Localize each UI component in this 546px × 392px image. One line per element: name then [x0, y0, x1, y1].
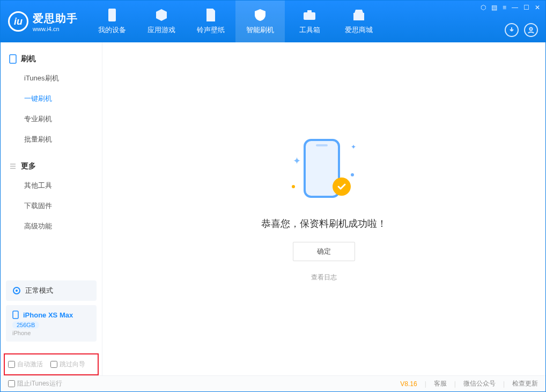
user-button[interactable] — [524, 23, 538, 37]
music-file-icon — [204, 8, 218, 22]
device-mode-label: 正常模式 — [25, 286, 53, 295]
sidebar-item-oneclick-flash[interactable]: 一键刷机 — [1, 88, 102, 109]
download-button[interactable] — [505, 23, 519, 37]
auto-activate-label: 自动激活 — [17, 360, 43, 369]
auto-activate-checkbox[interactable] — [8, 361, 15, 368]
sidebar-group-flash[interactable]: 刷机 — [1, 50, 102, 68]
sparkle-icon: ✦ — [351, 143, 356, 151]
sidebar-item-pro-flash[interactable]: 专业刷机 — [1, 109, 102, 129]
device-subtype: iPhone — [12, 330, 90, 336]
skip-guide-label: 跳过向导 — [60, 360, 85, 369]
logo-text: 爱思助手 www.i4.cn — [33, 11, 78, 32]
dot-decor — [292, 185, 295, 188]
header-tabs: 我的设备 应用游戏 铃声壁纸 智能刷机 工具箱 爱思商城 — [87, 1, 383, 42]
tab-toolbox[interactable]: 工具箱 — [285, 1, 334, 42]
block-itunes-option[interactable]: 阻止iTunes运行 — [8, 379, 62, 388]
user-icon — [527, 26, 535, 34]
check-update-link[interactable]: 检查更新 — [512, 379, 538, 388]
list-icon[interactable]: ▤ — [491, 4, 497, 11]
support-link[interactable]: 客服 — [434, 379, 447, 388]
svg-point-6 — [16, 290, 18, 292]
app-logo: iu 爱思助手 www.i4.cn — [1, 1, 87, 42]
success-message: 恭喜您，保资料刷机成功啦！ — [261, 217, 387, 230]
tab-label: 铃声壁纸 — [197, 25, 225, 35]
tab-label: 智能刷机 — [246, 25, 274, 35]
tab-my-device[interactable]: 我的设备 — [87, 1, 137, 42]
separator: | — [425, 380, 426, 388]
device-capacity: 256GB — [12, 321, 39, 329]
sidebar-item-other-tools[interactable]: 其他工具 — [1, 175, 102, 196]
list-icon — [9, 162, 17, 170]
tab-label: 工具箱 — [299, 25, 320, 35]
tab-store[interactable]: 爱思商城 — [334, 1, 383, 42]
store-icon — [352, 8, 366, 22]
shirt-icon[interactable]: ⬡ — [481, 4, 486, 11]
svg-rect-7 — [13, 311, 18, 319]
check-badge-icon — [333, 177, 351, 196]
status-bar: 阻止iTunes运行 V8.16 | 客服 | 微信公众号 | 检查更新 — [1, 375, 545, 391]
header-right-buttons — [505, 23, 538, 37]
minimize-button[interactable]: ― — [512, 4, 518, 11]
menu-icon[interactable]: ≡ — [503, 4, 506, 11]
svg-rect-0 — [108, 9, 116, 21]
main-content: ✦ ✦ 恭喜您，保资料刷机成功啦！ 确定 查看日志 — [102, 42, 545, 375]
sidebar-scroll: 刷机 iTunes刷机 一键刷机 专业刷机 批量刷机 更多 其他工具 下载固件 … — [1, 42, 102, 280]
ok-button[interactable]: 确定 — [293, 242, 355, 261]
close-button[interactable]: ✕ — [535, 4, 540, 11]
sidebar-group-title: 更多 — [21, 161, 36, 171]
cube-icon — [154, 8, 168, 22]
view-log-link[interactable]: 查看日志 — [311, 273, 337, 282]
sidebar-item-batch-flash[interactable]: 批量刷机 — [1, 129, 102, 150]
device-panel: 正常模式 iPhone XS Max 256GB iPhone — [1, 280, 102, 351]
tab-label: 我的设备 — [98, 25, 126, 35]
sidebar-group-more[interactable]: 更多 — [1, 157, 102, 175]
window-controls: ⬡ ▤ ≡ ― ☐ ✕ — [481, 4, 540, 11]
sidebar-item-download-fw[interactable]: 下载固件 — [1, 196, 102, 216]
download-icon — [508, 26, 515, 34]
svg-rect-4 — [10, 55, 16, 63]
highlight-options-box: 自动激活 跳过向导 — [4, 353, 99, 375]
phone-icon — [9, 54, 17, 64]
logo-icon: iu — [8, 11, 28, 32]
tab-flash[interactable]: 智能刷机 — [235, 1, 285, 42]
sidebar-group-title: 刷机 — [21, 54, 36, 64]
tab-label: 爱思商城 — [345, 25, 373, 35]
block-itunes-checkbox[interactable] — [8, 380, 15, 387]
sparkle-icon: ✦ — [293, 155, 301, 167]
svg-point-3 — [530, 28, 533, 31]
device-model: iPhone XS Max — [23, 311, 73, 319]
refresh-shield-icon — [253, 8, 267, 22]
separator: | — [503, 380, 505, 388]
success-illustration: ✦ ✦ — [292, 136, 356, 205]
device-info-card[interactable]: iPhone XS Max 256GB iPhone — [6, 305, 97, 342]
mode-icon — [12, 286, 21, 295]
separator: | — [454, 380, 456, 388]
skip-guide-option[interactable]: 跳过向导 — [50, 360, 85, 369]
tab-apps[interactable]: 应用游戏 — [137, 1, 186, 42]
block-itunes-label: 阻止iTunes运行 — [17, 379, 62, 388]
app-url: www.i4.cn — [33, 26, 78, 32]
svg-rect-2 — [307, 10, 312, 13]
svg-rect-1 — [304, 12, 315, 20]
wechat-link[interactable]: 微信公众号 — [463, 379, 496, 388]
maximize-button[interactable]: ☐ — [523, 4, 529, 11]
tab-ringtone[interactable]: 铃声壁纸 — [186, 1, 235, 42]
tab-label: 应用游戏 — [147, 25, 175, 35]
skip-guide-checkbox[interactable] — [50, 361, 57, 368]
version-label: V8.16 — [400, 380, 417, 388]
sidebar-item-itunes-flash[interactable]: iTunes刷机 — [1, 68, 102, 88]
app-body: 刷机 iTunes刷机 一键刷机 专业刷机 批量刷机 更多 其他工具 下载固件 … — [1, 42, 545, 375]
auto-activate-option[interactable]: 自动激活 — [8, 360, 43, 369]
toolbox-icon — [302, 8, 316, 22]
app-header: iu 爱思助手 www.i4.cn 我的设备 应用游戏 铃声壁纸 智能刷机 工具… — [1, 1, 545, 42]
device-icon — [105, 8, 119, 22]
dot-decor — [351, 173, 354, 176]
sidebar: 刷机 iTunes刷机 一键刷机 专业刷机 批量刷机 更多 其他工具 下载固件 … — [1, 42, 102, 375]
phone-icon — [12, 310, 19, 319]
app-name: 爱思助手 — [33, 11, 78, 26]
sidebar-item-advanced[interactable]: 高级功能 — [1, 216, 102, 236]
device-mode-card[interactable]: 正常模式 — [6, 280, 97, 301]
